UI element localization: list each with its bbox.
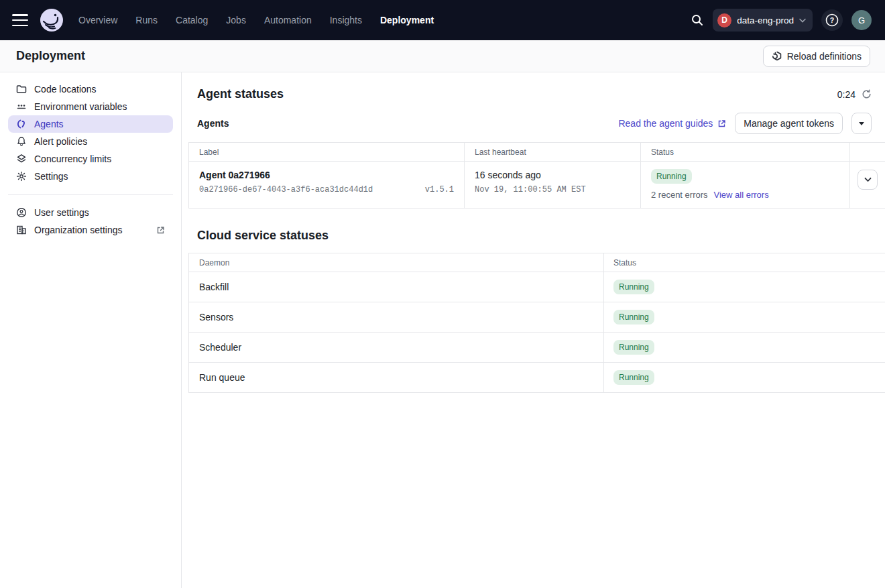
deployment-initial-badge: D (717, 13, 731, 27)
nav-overview[interactable]: Overview (78, 15, 117, 25)
nav-automation[interactable]: Automation (264, 15, 312, 25)
column-header-status: Status (604, 253, 885, 272)
heartbeat-relative: 16 seconds ago (475, 170, 630, 180)
hamburger-menu-icon[interactable] (12, 14, 28, 26)
sidebar-item-label: Code locations (34, 84, 97, 95)
gear-icon (16, 171, 27, 182)
cloud-services-table: Daemon Status Backfill Running Sensors R… (188, 253, 885, 393)
refresh-countdown: 0:24 (837, 89, 856, 100)
daemon-row: Sensors Running (189, 302, 885, 333)
main-content: Agent statuses 0:24 Agents Read the agen… (182, 72, 885, 588)
agent-icon (16, 119, 27, 129)
column-header-last-heartbeat: Last heartbeat (465, 143, 641, 161)
daemon-name: Sensors (189, 302, 604, 332)
page-title: Deployment (16, 49, 85, 63)
sidebar-item-environment-variables[interactable]: Environment variables (8, 98, 173, 115)
help-icon: ? (825, 13, 839, 27)
column-header-status: Status (641, 143, 850, 161)
daemon-name: Backfill (189, 272, 604, 302)
daemon-name: Run queue (189, 363, 604, 392)
top-nav: Overview Runs Catalog Jobs Automation In… (0, 0, 885, 40)
agent-guides-link-label: Read the agent guides (618, 118, 713, 129)
sidebar-item-label: Settings (34, 171, 68, 182)
sidebar-item-label: Organization settings (34, 225, 123, 235)
folder-icon (16, 84, 27, 95)
daemon-name: Scheduler (189, 333, 604, 362)
column-header-daemon: Daemon (189, 253, 604, 272)
agents-table-header: Label Last heartbeat Status (189, 143, 885, 162)
agent-guides-link[interactable]: Read the agent guides (618, 118, 726, 129)
sidebar: Code locations Environment variables Age… (0, 72, 182, 588)
sidebar-item-label: Environment variables (34, 101, 127, 112)
column-header-label: Label (189, 143, 465, 161)
deployment-name: data-eng-prod (737, 15, 794, 25)
search-button[interactable] (691, 13, 704, 27)
external-link-icon (156, 226, 165, 235)
sidebar-item-label: Alert policies (34, 136, 87, 147)
nav-jobs[interactable]: Jobs (226, 15, 246, 25)
sidebar-item-agents[interactable]: Agents (8, 115, 173, 133)
cloud-service-statuses-title: Cloud service statuses (188, 209, 885, 253)
sidebar-item-label: Agents (34, 119, 64, 129)
topnav-right: D data-eng-prod ? G (691, 9, 872, 32)
nav-insights[interactable]: Insights (330, 15, 362, 25)
agent-statuses-title: Agent statuses (197, 87, 284, 101)
sidebar-item-alert-policies[interactable]: Alert policies (8, 133, 173, 150)
sidebar-item-settings[interactable]: Settings (8, 168, 173, 185)
caret-down-icon (859, 122, 864, 125)
sidebar-item-user-settings[interactable]: User settings (8, 204, 173, 221)
bell-icon (16, 136, 27, 147)
manage-agent-tokens-button[interactable]: Manage agent tokens (735, 113, 843, 134)
status-badge: Running (613, 280, 654, 294)
daemon-row: Run queue Running (189, 363, 885, 393)
refresh-timer: 0:24 (837, 89, 872, 100)
page-header: Deployment Reload definitions (0, 40, 885, 72)
primary-nav: Overview Runs Catalog Jobs Automation In… (78, 15, 434, 25)
agents-section-label: Agents (197, 118, 229, 129)
view-all-errors-link[interactable]: View all errors (714, 190, 769, 200)
daemon-row: Backfill Running (189, 272, 885, 302)
agent-uuid: 0a271966-de67-4043-a3f6-aca31dc44d1d (199, 185, 373, 194)
agents-table: Label Last heartbeat Status Agent 0a2719… (188, 142, 885, 209)
reload-definitions-label: Reload definitions (787, 51, 862, 62)
refresh-icon[interactable] (862, 89, 872, 99)
sidebar-item-concurrency-limits[interactable]: Concurrency limits (8, 150, 173, 168)
daemon-row: Scheduler Running (189, 333, 885, 363)
expand-agent-row-button[interactable] (858, 170, 878, 190)
chevron-down-icon (864, 177, 872, 182)
heartbeat-timestamp: Nov 19, 11:00:55 AM EST (475, 185, 630, 194)
svg-text:?: ? (830, 16, 834, 24)
status-badge: Running (613, 340, 654, 355)
agent-version: v1.5.1 (425, 185, 454, 194)
env-vars-icon (16, 101, 27, 112)
dagster-logo-icon[interactable] (40, 8, 64, 32)
status-badge: Running (613, 310, 654, 325)
agent-actions-dropdown-button[interactable] (851, 113, 872, 134)
status-badge: Running (651, 169, 692, 184)
avatar[interactable]: G (851, 10, 872, 30)
organization-icon (16, 225, 27, 235)
nav-deployment[interactable]: Deployment (380, 15, 434, 25)
cloud-services-table-header: Daemon Status (189, 253, 885, 272)
nav-catalog[interactable]: Catalog (176, 15, 208, 25)
nav-runs[interactable]: Runs (135, 15, 158, 25)
agent-row: Agent 0a271966 0a271966-de67-4043-a3f6-a… (189, 162, 885, 209)
person-icon (16, 207, 27, 218)
reload-definitions-icon (772, 51, 782, 62)
sidebar-item-code-locations[interactable]: Code locations (8, 80, 173, 98)
sidebar-divider (8, 194, 173, 195)
deployment-switcher[interactable]: D data-eng-prod (713, 9, 813, 32)
search-icon (691, 13, 704, 27)
chevron-down-icon (799, 18, 806, 23)
external-link-icon (717, 119, 726, 128)
agent-name: Agent 0a271966 (199, 170, 454, 180)
status-badge: Running (613, 370, 654, 385)
sidebar-item-label: User settings (34, 207, 89, 218)
sidebar-item-label: Concurrency limits (34, 154, 111, 164)
recent-errors-text: 2 recent errors (651, 190, 708, 200)
sidebar-item-organization-settings[interactable]: Organization settings (8, 221, 173, 239)
reload-definitions-button[interactable]: Reload definitions (763, 46, 870, 67)
layers-icon (16, 154, 27, 164)
help-button[interactable]: ? (821, 9, 843, 31)
